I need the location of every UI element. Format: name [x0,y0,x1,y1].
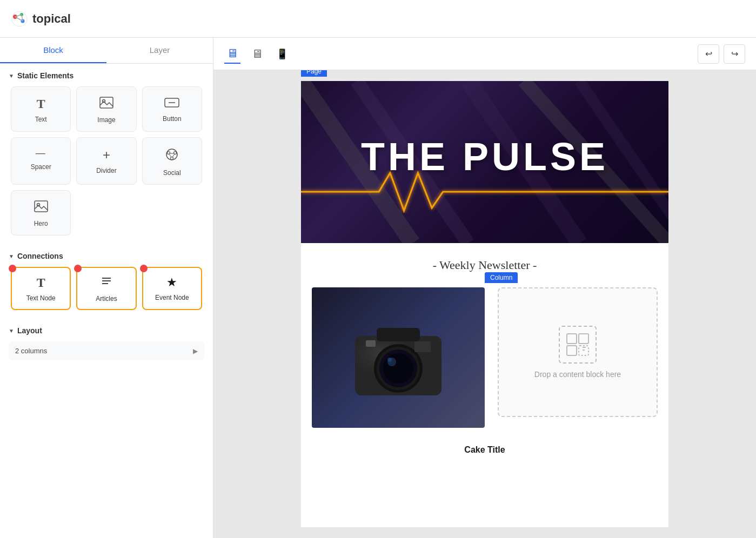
canvas-toolbar: 🖥 🖥 📱 ↩ ↪ [213,38,756,70]
svg-rect-38 [366,340,376,347]
static-elements-header[interactable]: ▼ Static Elements [9,71,204,80]
svg-rect-40 [579,334,588,344]
svg-point-11 [166,149,177,160]
connection-event-node[interactable]: ★ Event Node [142,267,202,310]
header: topical [0,0,756,38]
left-panel: Block Layer ▼ Static Elements T Text [0,38,213,538]
panel-tabs: Block Layer [0,38,213,64]
undo-button[interactable]: ↩ [698,44,719,64]
connection-text-node[interactable]: T Text Node [11,267,71,310]
camera-column [312,287,485,428]
block-button[interactable]: Button [142,86,202,132]
svg-line-16 [169,154,171,157]
logo-area: topical [11,10,71,28]
block-spacer[interactable]: — Spacer [11,137,71,185]
block-divider[interactable]: + Divider [76,137,136,185]
main-layout: Block Layer ▼ Static Elements T Text [0,38,756,538]
svg-line-6 [15,17,23,21]
hero-icon [34,200,48,216]
articles-icon [101,275,112,291]
logo-text: topical [32,12,71,26]
layout-2col-label: 2 columns [15,347,47,355]
svg-rect-37 [414,341,431,352]
newsletter-title: THE PULSE [361,134,608,179]
logo-icon [11,10,28,28]
page-label: Page [301,70,327,77]
text-node-dot [9,265,16,272]
block-button-label: Button [163,115,182,123]
static-elements-arrow: ▼ [9,73,14,79]
block-social-label: Social [163,169,181,177]
svg-rect-30 [377,328,420,341]
cake-title: Cake Title [301,439,668,455]
svg-point-14 [171,157,173,160]
block-spacer-label: Spacer [31,163,51,171]
button-icon [164,97,179,111]
svg-rect-7 [100,97,113,108]
articles-label: Articles [96,295,117,302]
image-icon [99,97,113,112]
svg-line-17 [172,154,175,157]
canvas: Page [213,70,756,538]
tab-layer[interactable]: Layer [106,38,213,63]
drop-zone[interactable]: Drop a content block here [498,287,658,417]
toolbar-right: ↩ ↪ [698,44,745,64]
connections-section: ▼ Connections T Text Node [0,244,213,319]
layout-2-columns[interactable]: 2 columns ▶ [9,341,204,360]
layout-arrow: ▼ [9,328,14,334]
canvas-area: 🖥 🖥 📱 ↩ ↪ Page [213,38,756,538]
camera-image [312,287,485,428]
connections-label: Connections [17,252,63,260]
svg-point-34 [383,353,413,384]
svg-point-13 [174,152,177,154]
drop-column-wrapper: Column [485,287,658,428]
block-text[interactable]: T Text [11,86,71,132]
layout-label: Layout [17,326,42,335]
connections-arrow: ▼ [9,253,14,259]
block-text-label: Text [35,116,47,123]
svg-rect-41 [567,346,577,355]
svg-rect-39 [567,334,577,344]
tab-block[interactable]: Block [0,38,106,63]
content-columns: Column [301,287,668,439]
connections-grid: T Text Node Articles [9,267,204,314]
mobile-view-icon[interactable]: 📱 [274,46,290,62]
connection-articles[interactable]: Articles [76,267,136,310]
text-node-icon: T [37,275,45,290]
canvas-page: Page [301,81,668,527]
block-social[interactable]: Social [142,137,202,185]
text-node-label: Text Node [26,294,56,302]
block-image[interactable]: Image [76,86,136,132]
block-hero-label: Hero [34,220,48,227]
block-hero[interactable]: Hero [11,190,71,236]
layout-section: ▼ Layout 2 columns ▶ [0,319,213,368]
desktop-view-icon[interactable]: 🖥 [224,44,240,64]
static-elements-grid: T Text Image [9,86,204,240]
spacer-icon: — [36,147,46,159]
static-elements-label: Static Elements [17,71,73,80]
camera-svg [344,309,452,406]
event-node-icon: ★ [166,275,177,290]
layout-header[interactable]: ▼ Layout [9,326,204,335]
svg-point-36 [387,358,392,362]
drop-text: Drop a content block here [534,370,621,379]
newsletter-header: THE PULSE [301,81,668,243]
drop-zone-icon [559,326,597,364]
toolbar-left: 🖥 🖥 📱 [224,44,290,64]
block-divider-label: Divider [96,167,116,174]
connections-header[interactable]: ▼ Connections [9,252,204,260]
redo-button[interactable]: ↪ [724,44,745,64]
event-node-dot [140,265,148,272]
column-label: Column [485,272,518,283]
event-node-label: Event Node [155,294,189,301]
monitor-view-icon[interactable]: 🖥 [249,45,265,63]
social-icon [165,147,179,165]
block-image-label: Image [97,116,115,124]
svg-point-12 [168,152,170,154]
static-elements-section: ▼ Static Elements T Text I [0,64,213,244]
text-icon: T [37,97,45,111]
divider-icon: + [103,147,110,163]
svg-rect-18 [35,201,48,212]
articles-dot [74,265,82,272]
layout-2col-arrow: ▶ [193,347,198,355]
